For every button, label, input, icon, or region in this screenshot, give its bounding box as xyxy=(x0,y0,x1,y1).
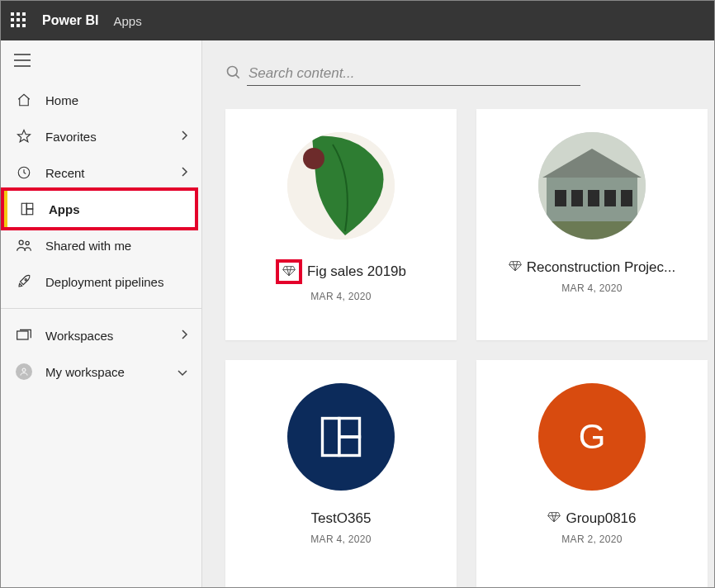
main-content: Fig sales 2019b MAR 4, 2020 Reconstructi… xyxy=(202,40,714,587)
app-card[interactable]: G Group0816 MAR 2, 2020 xyxy=(476,360,708,587)
svg-point-8 xyxy=(26,241,29,244)
chevron-right-icon xyxy=(180,166,188,180)
svg-point-15 xyxy=(303,148,324,169)
brand-label[interactable]: Power BI xyxy=(42,13,98,28)
svg-point-9 xyxy=(25,279,26,281)
premium-diamond-icon xyxy=(547,510,561,527)
app-date: MAR 4, 2020 xyxy=(310,533,371,545)
app-date: MAR 4, 2020 xyxy=(310,291,371,302)
svg-point-7 xyxy=(19,240,23,244)
svg-rect-27 xyxy=(339,437,360,456)
svg-rect-19 xyxy=(555,190,566,206)
app-thumbnail xyxy=(287,132,395,239)
sidebar-item-apps[interactable]: Apps xyxy=(4,191,195,227)
home-icon xyxy=(16,92,32,107)
chevron-down-icon xyxy=(177,365,188,379)
svg-point-11 xyxy=(22,368,26,372)
highlight-apps: Apps xyxy=(1,187,198,230)
app-launcher-icon[interactable] xyxy=(11,12,27,29)
divider xyxy=(1,308,201,309)
sidebar-item-pipelines[interactable]: Deployment pipelines xyxy=(1,263,201,300)
breadcrumb[interactable]: Apps xyxy=(113,14,141,28)
sidebar-item-home[interactable]: Home xyxy=(1,82,201,118)
chevron-right-icon xyxy=(180,329,188,343)
app-title: Fig sales 2019b xyxy=(307,263,406,280)
search-icon xyxy=(225,64,242,84)
hamburger-icon[interactable] xyxy=(1,47,201,82)
svg-point-12 xyxy=(228,66,238,76)
shared-icon xyxy=(16,238,32,253)
sidebar-item-workspaces[interactable]: Workspaces xyxy=(1,317,201,353)
avatar-icon xyxy=(16,363,32,380)
sidebar-item-favorites[interactable]: Favorites xyxy=(1,118,201,154)
app-card[interactable]: TestO365 MAR 4, 2020 xyxy=(225,360,457,587)
app-title: Reconstruction Projec... xyxy=(527,259,675,276)
apps-grid: Fig sales 2019b MAR 4, 2020 Reconstructi… xyxy=(225,109,691,587)
app-thumbnail: G xyxy=(538,383,646,491)
svg-rect-20 xyxy=(571,190,583,206)
svg-rect-24 xyxy=(538,221,646,239)
app-initial: G xyxy=(579,417,606,457)
highlight-diamond xyxy=(276,259,302,284)
sidebar-item-recent[interactable]: Recent xyxy=(1,154,201,191)
premium-diamond-icon xyxy=(509,259,522,276)
sidebar-item-label: My workspace xyxy=(45,365,125,379)
sidebar-item-label: Workspaces xyxy=(45,329,113,343)
app-card[interactable]: Reconstruction Projec... MAR 4, 2020 xyxy=(476,109,708,340)
svg-rect-23 xyxy=(621,190,632,206)
svg-rect-4 xyxy=(21,203,26,215)
app-date: MAR 4, 2020 xyxy=(561,282,622,294)
svg-rect-5 xyxy=(26,203,33,209)
premium-diamond-icon xyxy=(282,264,296,281)
app-card[interactable]: Fig sales 2019b MAR 4, 2020 xyxy=(225,109,457,340)
sidebar-item-label: Apps xyxy=(49,202,80,216)
app-thumbnail xyxy=(287,383,395,491)
svg-rect-10 xyxy=(17,331,28,339)
top-bar: Power BI Apps xyxy=(1,1,714,40)
app-title: Group0816 xyxy=(566,510,636,527)
svg-rect-26 xyxy=(339,419,360,438)
clock-icon xyxy=(16,165,32,180)
app-title: TestO365 xyxy=(311,510,372,527)
search-input[interactable] xyxy=(247,62,580,86)
sidebar-item-label: Deployment pipelines xyxy=(45,275,163,289)
svg-rect-22 xyxy=(604,190,616,206)
svg-rect-21 xyxy=(588,190,599,206)
star-icon xyxy=(16,129,32,144)
svg-rect-25 xyxy=(323,419,339,456)
rocket-icon xyxy=(16,274,32,289)
sidebar-item-myworkspace[interactable]: My workspace xyxy=(1,353,201,390)
sidebar-item-label: Favorites xyxy=(45,130,97,144)
sidebar-item-shared[interactable]: Shared with me xyxy=(1,227,201,263)
sidebar-item-label: Recent xyxy=(45,166,85,180)
app-thumbnail xyxy=(538,132,646,239)
sidebar-item-label: Home xyxy=(45,93,78,107)
sidebar: Home Favorites Recent Apps Shared with m… xyxy=(1,40,202,587)
svg-rect-6 xyxy=(26,209,33,215)
workspaces-icon xyxy=(16,328,32,343)
search-bar[interactable] xyxy=(225,62,580,86)
apps-icon xyxy=(19,202,36,216)
sidebar-item-label: Shared with me xyxy=(45,239,131,253)
app-date: MAR 2, 2020 xyxy=(561,533,622,545)
svg-line-13 xyxy=(236,74,239,78)
chevron-right-icon xyxy=(180,130,188,144)
